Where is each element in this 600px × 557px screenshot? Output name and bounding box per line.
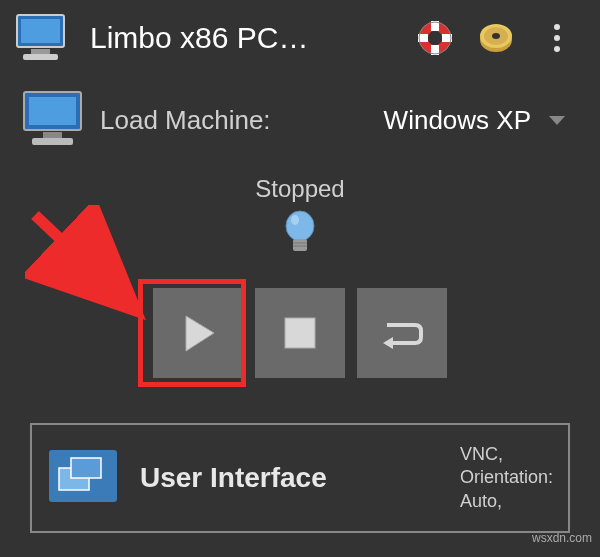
detail-line-3: Auto,	[460, 490, 553, 513]
svg-rect-19	[32, 138, 73, 145]
svg-rect-18	[43, 132, 62, 138]
svg-rect-3	[23, 54, 58, 60]
help-lifesaver-icon[interactable]	[417, 20, 453, 56]
svg-marker-25	[186, 316, 214, 351]
svg-rect-26	[285, 318, 315, 348]
svg-rect-17	[29, 97, 76, 125]
svg-marker-27	[383, 337, 393, 349]
lightbulb-icon	[280, 208, 320, 258]
app-title: Limbo x86 PC…	[70, 21, 417, 55]
control-buttons	[10, 288, 590, 378]
svg-rect-1	[21, 19, 60, 43]
load-machine-label: Load Machine:	[90, 105, 384, 136]
status-label: Stopped	[10, 175, 590, 203]
status-section: Stopped	[10, 170, 590, 258]
svg-rect-30	[71, 458, 101, 478]
play-button[interactable]	[153, 288, 243, 378]
svg-rect-2	[31, 49, 50, 54]
main-content: Load Machine: Windows XP Stopped	[0, 75, 600, 533]
app-logo-icon	[10, 10, 70, 65]
section-title: User Interface	[122, 462, 460, 494]
load-machine-row: Load Machine: Windows XP	[10, 75, 590, 170]
watermark: wsxdn.com	[532, 531, 592, 545]
windows-icon	[47, 448, 122, 508]
user-interface-section[interactable]: User Interface VNC, Orientation: Auto,	[30, 423, 570, 533]
computer-icon	[20, 90, 90, 150]
restart-button[interactable]	[357, 288, 447, 378]
more-menu-icon[interactable]	[539, 20, 575, 56]
disc-icon[interactable]	[478, 20, 514, 56]
section-details: VNC, Orientation: Auto,	[460, 443, 553, 513]
machine-dropdown[interactable]: Windows XP	[384, 105, 580, 136]
header-actions	[417, 20, 590, 56]
machine-dropdown-value: Windows XP	[384, 105, 531, 136]
svg-rect-22	[293, 239, 307, 251]
svg-point-20	[286, 211, 314, 241]
svg-point-21	[291, 215, 299, 225]
chevron-down-icon	[549, 116, 565, 125]
svg-point-11	[428, 31, 442, 45]
detail-line-2: Orientation:	[460, 466, 553, 489]
stop-button[interactable]	[255, 288, 345, 378]
svg-point-15	[492, 33, 500, 39]
app-header: Limbo x86 PC…	[0, 0, 600, 75]
detail-line-1: VNC,	[460, 443, 553, 466]
